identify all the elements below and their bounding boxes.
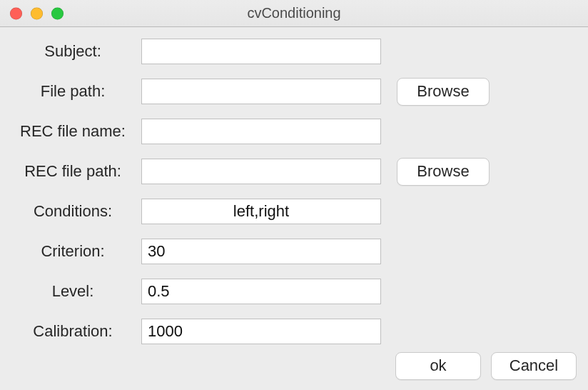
label-rec-file-path: REC file path: — [9, 162, 141, 181]
cancel-button[interactable]: Cancel — [491, 352, 577, 380]
criterion-input[interactable] — [141, 239, 381, 264]
rec-file-name-input[interactable] — [141, 119, 381, 144]
row-calibration: Calibration: — [9, 311, 579, 351]
row-rec-file-path: REC file path: Browse — [9, 151, 579, 191]
row-subject: Subject: — [9, 31, 579, 71]
subject-input[interactable] — [141, 39, 381, 64]
form-area: Subject: File path: Browse REC file name… — [0, 27, 588, 351]
row-file-path: File path: Browse — [9, 71, 579, 111]
label-subject: Subject: — [9, 42, 141, 61]
dialog-footer: ok Cancel — [395, 352, 577, 380]
label-rec-file-name: REC file name: — [9, 122, 141, 141]
browse-button-file-path[interactable]: Browse — [397, 78, 490, 106]
label-criterion: Criterion: — [9, 242, 141, 261]
level-input[interactable] — [141, 279, 381, 304]
window-title: cvConditioning — [0, 0, 588, 26]
conditions-input[interactable] — [141, 199, 381, 224]
ok-button[interactable]: ok — [395, 352, 481, 380]
rec-file-path-input[interactable] — [141, 159, 381, 184]
label-conditions: Conditions: — [9, 202, 141, 221]
label-calibration: Calibration: — [9, 322, 141, 341]
label-file-path: File path: — [9, 82, 141, 101]
titlebar: cvConditioning — [0, 0, 588, 27]
browse-button-rec-file-path[interactable]: Browse — [397, 158, 490, 186]
window: cvConditioning Subject: File path: Brows… — [0, 0, 588, 390]
row-criterion: Criterion: — [9, 231, 579, 271]
label-level: Level: — [9, 282, 141, 301]
row-conditions: Conditions: — [9, 191, 579, 231]
calibration-input[interactable] — [141, 319, 381, 344]
row-level: Level: — [9, 271, 579, 311]
row-rec-file-name: REC file name: — [9, 111, 579, 151]
file-path-input[interactable] — [141, 79, 381, 104]
